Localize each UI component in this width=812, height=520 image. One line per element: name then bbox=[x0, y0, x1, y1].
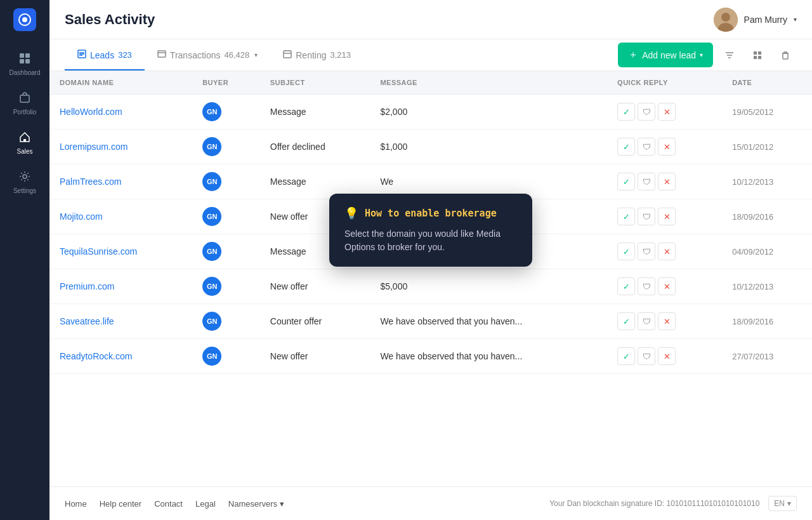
svg-rect-3 bbox=[25, 53, 30, 58]
footer-link-nameservers[interactable]: Nameservers ▾ bbox=[228, 499, 284, 509]
tab-leads-label: Leads bbox=[90, 50, 114, 60]
cell-buyer: GN bbox=[192, 199, 260, 234]
renting-icon bbox=[283, 50, 292, 60]
quick-reply-reject-button[interactable]: ✕ bbox=[658, 312, 676, 330]
dashboard-icon bbox=[18, 52, 31, 67]
logo[interactable] bbox=[0, 0, 49, 39]
filter-button[interactable] bbox=[718, 44, 741, 67]
domain-link[interactable]: PalmTrees.com bbox=[60, 177, 122, 187]
cell-domain: PalmTrees.com bbox=[49, 164, 192, 199]
buyer-badge: GN bbox=[202, 172, 221, 191]
quick-reply-reject-button[interactable]: ✕ bbox=[658, 173, 676, 190]
domain-link[interactable]: Saveatree.life bbox=[60, 316, 114, 326]
quick-reply-reject-button[interactable]: ✕ bbox=[658, 243, 676, 260]
col-buyer: Buyer bbox=[192, 71, 260, 95]
cell-date: 10/12/2013 bbox=[722, 164, 812, 199]
svg-rect-16 bbox=[158, 51, 166, 57]
quick-reply-accept-button[interactable]: ✓ bbox=[617, 347, 635, 365]
tabs-left: Leads 323 Transactions 46,428 ▾ bbox=[65, 39, 363, 70]
quick-reply-buttons: ✓ 🛡 ✕ bbox=[617, 277, 712, 295]
quick-reply-shield-button[interactable]: 🛡 bbox=[638, 312, 655, 330]
nameservers-label: Nameservers bbox=[228, 499, 277, 509]
quick-reply-accept-button[interactable]: ✓ bbox=[617, 138, 635, 156]
footer-link-home[interactable]: Home bbox=[65, 499, 87, 509]
main-content: Sales Activity Pam Murry ▾ bbox=[49, 0, 812, 520]
quick-reply-shield-button[interactable]: 🛡 bbox=[638, 243, 655, 260]
quick-reply-shield-button[interactable]: 🛡 bbox=[638, 277, 655, 295]
quick-reply-shield-button[interactable]: 🛡 bbox=[638, 138, 655, 156]
sidebar-item-label-settings: Settings bbox=[13, 187, 36, 194]
quick-reply-buttons: ✓ 🛡 ✕ bbox=[617, 173, 712, 190]
quick-reply-accept-button[interactable]: ✓ bbox=[617, 312, 635, 330]
cell-quick-reply: ✓ 🛡 ✕ bbox=[607, 164, 722, 199]
svg-rect-27 bbox=[754, 56, 757, 59]
sidebar-item-settings[interactable]: Settings bbox=[0, 163, 49, 202]
cell-buyer: GN bbox=[192, 269, 260, 304]
tab-transactions-label: Transactions bbox=[170, 50, 221, 60]
user-menu[interactable]: Pam Murry ▾ bbox=[714, 8, 797, 32]
sales-icon bbox=[18, 131, 31, 145]
bulb-icon: 💡 bbox=[344, 206, 358, 220]
tab-transactions-count: 46,428 bbox=[224, 50, 249, 60]
settings-icon bbox=[18, 170, 31, 185]
domain-link[interactable]: ReadytoRock.com bbox=[60, 351, 132, 361]
cell-domain: Loremipsum.com bbox=[49, 130, 192, 164]
quick-reply-reject-button[interactable]: ✕ bbox=[658, 347, 676, 365]
cell-subject: New offer bbox=[260, 339, 370, 374]
svg-rect-2 bbox=[20, 53, 24, 58]
table-row: Loremipsum.com GN Offer declined $1,000 … bbox=[49, 130, 812, 164]
table-row: Premium.com GN New offer $5,000 ✓ 🛡 ✕ 10… bbox=[49, 269, 812, 304]
page-title: Sales Activity bbox=[65, 11, 155, 28]
buyer-badge: GN bbox=[202, 242, 221, 261]
quick-reply-accept-button[interactable]: ✓ bbox=[617, 243, 635, 260]
quick-reply-shield-button[interactable]: 🛡 bbox=[638, 173, 655, 190]
tab-transactions[interactable]: Transactions 46,428 ▾ bbox=[145, 39, 270, 70]
quick-reply-reject-button[interactable]: ✕ bbox=[658, 208, 676, 225]
domain-link[interactable]: Loremipsum.com bbox=[60, 142, 128, 152]
content-area: Leads 323 Transactions 46,428 ▾ bbox=[49, 39, 812, 520]
col-subject: Subject bbox=[260, 71, 370, 95]
domain-link[interactable]: Mojito.com bbox=[60, 211, 103, 222]
quick-reply-shield-button[interactable]: 🛡 bbox=[638, 103, 655, 121]
quick-reply-reject-button[interactable]: ✕ bbox=[658, 277, 676, 295]
cell-quick-reply: ✓ 🛡 ✕ bbox=[607, 339, 722, 374]
quick-reply-accept-button[interactable]: ✓ bbox=[617, 208, 635, 225]
cell-buyer: GN bbox=[192, 164, 260, 199]
cell-date: 10/12/2013 bbox=[722, 269, 812, 304]
domain-link[interactable]: Premium.com bbox=[60, 281, 114, 291]
quick-reply-accept-button[interactable]: ✓ bbox=[617, 277, 635, 295]
footer-link-help[interactable]: Help center bbox=[100, 499, 141, 509]
domain-link[interactable]: HelloWorld.com bbox=[60, 107, 122, 117]
domain-link[interactable]: TequilaSunrise.com bbox=[60, 246, 137, 257]
delete-button[interactable] bbox=[774, 44, 797, 67]
transactions-arrow-icon: ▾ bbox=[254, 51, 258, 58]
footer-link-legal[interactable]: Legal bbox=[195, 499, 216, 509]
table-row: HelloWorld.com GN Message $2,000 ✓ 🛡 ✕ 1… bbox=[49, 95, 812, 130]
tab-renting[interactable]: Renting 3,213 bbox=[270, 39, 363, 70]
grid-view-button[interactable] bbox=[746, 44, 769, 67]
lang-select[interactable]: EN ▾ bbox=[768, 496, 797, 511]
quick-reply-shield-button[interactable]: 🛡 bbox=[638, 347, 655, 365]
transactions-icon bbox=[157, 50, 166, 60]
quick-reply-accept-button[interactable]: ✓ bbox=[617, 103, 635, 121]
sidebar-item-label-portfolio: Portfolio bbox=[13, 109, 37, 116]
lang-arrow-icon: ▾ bbox=[787, 499, 791, 508]
add-new-lead-button[interactable]: ＋ Add new lead ▾ bbox=[618, 43, 713, 67]
sidebar-item-dashboard[interactable]: Dashboard bbox=[0, 44, 49, 84]
sidebar-item-portfolio[interactable]: Portfolio bbox=[0, 84, 49, 123]
tooltip-title-text: How to enable brokerage bbox=[365, 208, 497, 219]
tooltip-body: Select the domain you would like Media O… bbox=[344, 227, 517, 254]
quick-reply-accept-button[interactable]: ✓ bbox=[617, 173, 635, 190]
tab-leads[interactable]: Leads 323 bbox=[65, 39, 145, 70]
quick-reply-shield-button[interactable]: 🛡 bbox=[638, 208, 655, 225]
sidebar-item-sales[interactable]: Sales bbox=[0, 123, 49, 163]
cell-message: $1,000 bbox=[370, 130, 607, 164]
cell-buyer: GN bbox=[192, 339, 260, 374]
tooltip-box: 💡 How to enable brokerage Select the dom… bbox=[329, 194, 532, 267]
svg-rect-25 bbox=[754, 51, 757, 55]
cell-date: 19/05/2012 bbox=[722, 95, 812, 130]
cell-quick-reply: ✓ 🛡 ✕ bbox=[607, 269, 722, 304]
footer-link-contact[interactable]: Contact bbox=[154, 499, 183, 509]
quick-reply-reject-button[interactable]: ✕ bbox=[658, 138, 676, 156]
quick-reply-reject-button[interactable]: ✕ bbox=[658, 103, 676, 121]
